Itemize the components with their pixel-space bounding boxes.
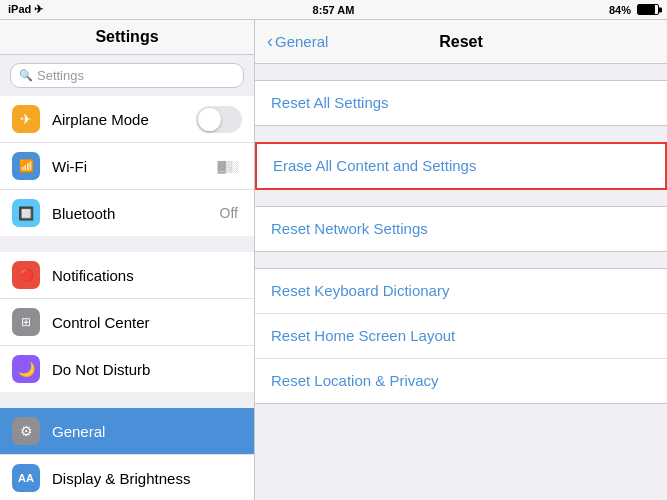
display-icon: AA <box>12 464 40 492</box>
sidebar-item-airplane[interactable]: ✈ Airplane Mode <box>0 96 254 143</box>
sidebar-item-controlcenter[interactable]: ⊞ Control Center <box>0 299 254 346</box>
wifi-value: ▓▒░ <box>217 160 238 172</box>
sidebar-section-2: 🔴 Notifications ⊞ Control Center 🌙 Do No… <box>0 252 254 392</box>
sidebar-header: Settings <box>0 20 254 55</box>
wifi-icon: 📶 <box>12 152 40 180</box>
reset-all-settings-label: Reset All Settings <box>271 94 389 111</box>
sidebar-item-label: Control Center <box>52 314 242 331</box>
reset-location-item[interactable]: Reset Location & Privacy <box>255 359 667 403</box>
bluetooth-value: Off <box>220 205 238 221</box>
search-placeholder: Settings <box>37 68 84 83</box>
sidebar-item-donotdisturb[interactable]: 🌙 Do Not Disturb <box>0 346 254 392</box>
sidebar-item-bluetooth[interactable]: 🔲 Bluetooth Off <box>0 190 254 236</box>
battery-text: 84% <box>609 4 631 16</box>
sidebar-item-display[interactable]: AA Display & Brightness <box>0 455 254 500</box>
bluetooth-icon: 🔲 <box>12 199 40 227</box>
reset-all-settings-section: Reset All Settings <box>255 80 667 126</box>
sidebar-section-1: ✈ Airplane Mode 📶 Wi-Fi ▓▒░ 🔲 Bluetooth … <box>0 96 254 236</box>
notifications-icon: 🔴 <box>12 261 40 289</box>
donotdisturb-icon: 🌙 <box>12 355 40 383</box>
controlcenter-icon: ⊞ <box>12 308 40 336</box>
right-header: ‹ General Reset <box>255 20 667 64</box>
right-panel: ‹ General Reset Reset All Settings Erase… <box>255 20 667 500</box>
sidebar-item-label: Wi-Fi <box>52 158 217 175</box>
erase-all-section: Erase All Content and Settings <box>255 142 667 190</box>
battery-icon <box>637 4 659 15</box>
sidebar-title: Settings <box>95 28 158 45</box>
back-label[interactable]: General <box>275 33 328 50</box>
sidebar-item-label: Notifications <box>52 267 242 284</box>
reset-keyboard-item[interactable]: Reset Keyboard Dictionary <box>255 269 667 314</box>
erase-all-item[interactable]: Erase All Content and Settings <box>257 144 665 188</box>
sidebar-item-wifi[interactable]: 📶 Wi-Fi ▓▒░ <box>0 143 254 190</box>
status-left: iPad ✈ <box>8 3 43 16</box>
back-button[interactable]: ‹ General <box>267 33 328 50</box>
reset-network-label: Reset Network Settings <box>271 220 428 237</box>
general-icon: ⚙ <box>12 417 40 445</box>
status-time: 8:57 AM <box>313 4 355 16</box>
main-layout: Settings 🔍 Settings ✈ Airplane Mode 📶 Wi… <box>0 20 667 500</box>
back-chevron-icon: ‹ <box>267 32 273 50</box>
airplane-toggle[interactable] <box>196 106 242 133</box>
sidebar-item-label: Airplane Mode <box>52 111 196 128</box>
ipad-label: iPad ✈ <box>8 3 43 16</box>
reset-homescreen-item[interactable]: Reset Home Screen Layout <box>255 314 667 359</box>
sidebar-section-3: ⚙ General AA Display & Brightness ❇ Wall… <box>0 408 254 500</box>
sidebar-item-label: Do Not Disturb <box>52 361 242 378</box>
reset-keyboard-label: Reset Keyboard Dictionary <box>271 282 449 299</box>
sidebar-item-label: Display & Brightness <box>52 470 242 487</box>
reset-group-section: Reset Keyboard Dictionary Reset Home Scr… <box>255 268 667 404</box>
reset-homescreen-label: Reset Home Screen Layout <box>271 327 455 344</box>
right-panel-title: Reset <box>439 33 483 51</box>
status-bar: iPad ✈ 8:57 AM 84% <box>0 0 667 20</box>
erase-all-label: Erase All Content and Settings <box>273 157 476 174</box>
sidebar-item-label: General <box>52 423 242 440</box>
airplane-icon: ✈ <box>12 105 40 133</box>
status-right: 84% <box>609 4 659 16</box>
sidebar-item-notifications[interactable]: 🔴 Notifications <box>0 252 254 299</box>
sidebar-search[interactable]: 🔍 Settings <box>0 55 254 96</box>
sidebar-item-label: Bluetooth <box>52 205 220 222</box>
search-icon: 🔍 <box>19 69 33 82</box>
sidebar: Settings 🔍 Settings ✈ Airplane Mode 📶 Wi… <box>0 20 255 500</box>
reset-location-label: Reset Location & Privacy <box>271 372 439 389</box>
sidebar-list: ✈ Airplane Mode 📶 Wi-Fi ▓▒░ 🔲 Bluetooth … <box>0 96 254 500</box>
right-content: Reset All Settings Erase All Content and… <box>255 64 667 500</box>
sidebar-item-general[interactable]: ⚙ General <box>0 408 254 455</box>
reset-network-item[interactable]: Reset Network Settings <box>255 207 667 251</box>
reset-all-settings-item[interactable]: Reset All Settings <box>255 81 667 125</box>
search-box[interactable]: 🔍 Settings <box>10 63 244 88</box>
reset-network-section: Reset Network Settings <box>255 206 667 252</box>
